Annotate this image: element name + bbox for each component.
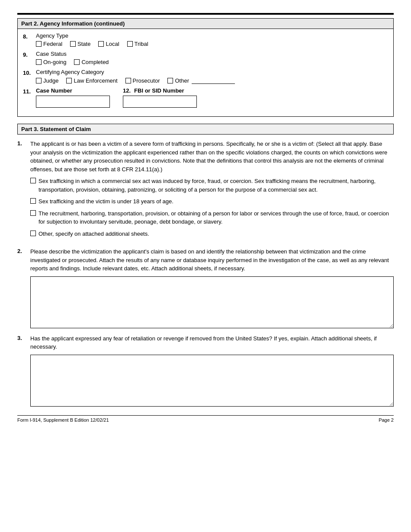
field9-content: Case Status On-going Completed (36, 51, 388, 65)
item2-text: Please describe the victimization the ap… (30, 247, 394, 273)
field10-label: Certifying Agency Category (36, 69, 388, 75)
item3-text: Has the applicant expressed any fear of … (30, 334, 394, 351)
part2-section-box: 8. Agency Type Federal State Local (17, 29, 394, 117)
field9-row: 9. Case Status On-going Completed (23, 51, 388, 65)
page-footer: Form I-914, Supplement B Edition 12/02/2… (17, 415, 394, 423)
item1-cb4-row: Other, specify on attached additional sh… (30, 230, 394, 238)
page-container: Part 2. Agency Information (continued) 8… (17, 13, 394, 423)
field12-label: 12. FBI or SID Number (123, 87, 197, 94)
field11-input[interactable] (36, 96, 110, 108)
label-federal: Federal (43, 41, 62, 47)
field8-option-tribal: Tribal (127, 41, 148, 47)
checkbox-local[interactable] (98, 41, 104, 47)
checkbox-prosecutor[interactable] (125, 78, 131, 83)
field8-option-federal: Federal (36, 41, 62, 47)
field10-number: 10. (23, 69, 36, 76)
field10-option-law-enforcement: Law Enforcement (66, 77, 117, 84)
item1-cb1-text: Sex trafficking in which a commercial se… (39, 177, 394, 194)
field8-options: Federal State Local Tribal (36, 41, 388, 47)
part2-header: Part 2. Agency Information (continued) (17, 18, 394, 29)
label-judge: Judge (43, 77, 58, 84)
checkbox-tribal[interactable] (127, 41, 133, 47)
field9-option-ongoing: On-going (36, 59, 66, 65)
item1-cb4-text: Other, specify on attached additional sh… (39, 230, 394, 238)
item3-row: 3. Has the applicant expressed any fear … (17, 334, 394, 407)
item1-cb3-row: The recruitment, harboring, transportati… (30, 209, 394, 226)
field10-option-other: Other (167, 77, 235, 84)
field9-label: Case Status (36, 51, 388, 57)
part3-header: Part 3. Statement of Claim (17, 124, 394, 135)
item2-content: Please describe the victimization the ap… (30, 247, 394, 328)
checkbox-law-enforcement[interactable] (66, 78, 72, 83)
item3-content: Has the applicant expressed any fear of … (30, 334, 394, 407)
field10-content: Certifying Agency Category Judge Law Enf… (36, 69, 388, 84)
label-completed: Completed (81, 59, 109, 65)
field12-input[interactable] (123, 96, 197, 108)
label-tribal: Tribal (135, 41, 148, 47)
field8-option-local: Local (98, 41, 119, 47)
item1-cb2-row: Sex trafficking and the victim is under … (30, 197, 394, 206)
label-local: Local (106, 41, 119, 47)
footer-right: Page 2 (379, 417, 394, 423)
field10-options: Judge Law Enforcement Prosecutor Other (36, 77, 388, 84)
item1-text: The applicant is or has been a victim of… (30, 140, 394, 173)
field12-content: 12. FBI or SID Number (123, 87, 197, 108)
item3-textarea[interactable] (30, 355, 394, 407)
item1-content: The applicant is or has been a victim of… (30, 140, 394, 241)
field11-number: 11. (23, 87, 36, 95)
item2-number: 2. (17, 247, 30, 254)
part2-header-text: Part 2. Agency Information (21, 20, 93, 27)
label-other: Other (175, 77, 189, 84)
item1-cb2-text: Sex trafficking and the victim is under … (39, 197, 394, 206)
field9-number: 9. (23, 51, 36, 58)
checkbox-other[interactable] (167, 78, 173, 83)
field8-option-state: State (70, 41, 90, 47)
item1-number: 1. (17, 140, 30, 147)
label-law-enforcement: Law Enforcement (74, 77, 117, 84)
item1-cb1-row: Sex trafficking in which a commercial se… (30, 177, 394, 194)
footer-left: Form I-914, Supplement B Edition 12/02/2… (17, 417, 109, 423)
checkbox-state[interactable] (70, 41, 76, 47)
item2-textarea[interactable] (30, 276, 394, 328)
item1-cb3-text: The recruitment, harboring, transportati… (39, 209, 394, 226)
field8-number: 8. (23, 32, 36, 40)
field11-12-row: 11. Case Number 12. FBI or SID Number (23, 87, 388, 108)
field11-content: Case Number (36, 87, 110, 108)
fields-11-12: Case Number 12. FBI or SID Number (36, 87, 197, 108)
label-prosecutor: Prosecutor (133, 77, 160, 84)
field10-row: 10. Certifying Agency Category Judge Law… (23, 69, 388, 84)
checkbox-labor-trafficking[interactable] (30, 210, 36, 216)
checkbox-other-specify[interactable] (30, 231, 36, 236)
checkbox-judge[interactable] (36, 78, 42, 83)
checkbox-completed[interactable] (74, 59, 80, 65)
checkbox-federal[interactable] (36, 41, 42, 47)
field8-row: 8. Agency Type Federal State Local (23, 32, 388, 47)
field11-label: Case Number (36, 87, 110, 94)
field9-options: On-going Completed (36, 59, 388, 65)
top-border (17, 13, 394, 15)
checkbox-sex-trafficking-under18[interactable] (30, 198, 36, 204)
field8-label: Agency Type (36, 32, 388, 39)
label-ongoing: On-going (43, 59, 66, 65)
label-state: State (77, 41, 90, 47)
field10-option-prosecutor: Prosecutor (125, 77, 160, 84)
checkbox-ongoing[interactable] (36, 59, 42, 65)
field10-option-judge: Judge (36, 77, 58, 84)
checkbox-sex-trafficking-force[interactable] (30, 178, 36, 183)
field8-content: Agency Type Federal State Local (36, 32, 388, 47)
item2-row: 2. Please describe the victimization the… (17, 247, 394, 328)
item1-row: 1. The applicant is or has been a victim… (17, 140, 394, 241)
field9-option-completed: Completed (74, 59, 109, 65)
part2-header-continued: (continued) (93, 20, 125, 27)
item3-number: 3. (17, 334, 30, 341)
